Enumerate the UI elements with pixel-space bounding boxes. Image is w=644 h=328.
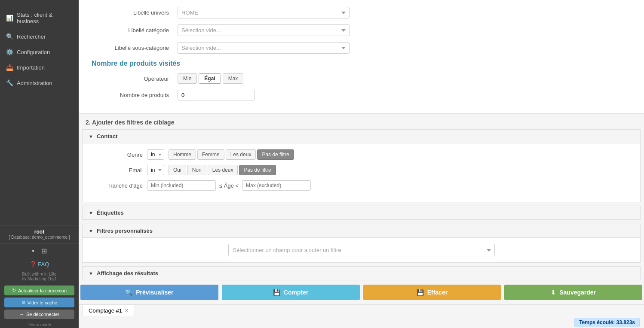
email-pas-de-filtre-button[interactable]: Pas de filtre [239,165,276,175]
sidebar-item-administration[interactable]: 🔧 Administration [0,75,79,91]
sidebar-item-importation[interactable]: 📥 Importation [0,60,79,75]
contact-group-header[interactable]: ▼ Contact [83,130,640,143]
age-min-input[interactable] [147,180,216,191]
sidebar-item-label: Rechercher [17,33,46,40]
contact-chevron-icon: ▼ [89,134,93,139]
libelle-univers-select[interactable]: HOME [178,7,350,18]
genre-les-deux-button[interactable]: Les deux [226,149,256,160]
sidebar-item-label: Administration [17,80,52,86]
contact-filter-group: ▼ Contact Genre in Homme Femme Les deux … [82,129,641,202]
libelle-categorie-control: Sélection vide... [178,24,350,36]
gear-icon: ⚙️ [6,49,13,55]
logout-icon: → [19,312,24,317]
genre-row: Genre in Homme Femme Les deux Pas de fil… [91,149,632,160]
sidebar-item-label: Stats : client & business [17,12,73,24]
operator-min-button[interactable]: Min [178,73,197,84]
email-oui-button[interactable]: Oui [169,165,186,175]
libelle-sous-categorie-select[interactable]: Sélection vide... [178,42,350,54]
clear-cache-button[interactable]: ⊘ Vider le cache [4,298,74,307]
custom-filters-header[interactable]: ▼ Filtres personnalisés [83,224,640,238]
libelle-categorie-select[interactable]: Sélection vide... [178,24,350,36]
email-les-deux-button[interactable]: Les deux [208,165,238,175]
age-separator: ≤ Âge < [219,182,239,189]
preview-label: Prévisualiser [136,289,173,296]
admin-icon: 🔧 [6,79,13,86]
operator-max-button[interactable]: Max [223,73,244,84]
erase-button[interactable]: 💾 Effacer [363,285,501,300]
libelle-categorie-row: Libellé catégorie Sélection vide... [92,24,631,36]
refresh-label: Actualiser la connexion [18,288,67,293]
tab-label: Comptage #1 [89,307,122,314]
genre-homme-button[interactable]: Homme [169,149,196,160]
built-with-text: Built with ♥ in Lille [3,272,75,276]
operateur-row: Opérateur Min Égal Max [92,73,631,84]
affichage-header[interactable]: ▼ Affichage des résultats [82,266,641,280]
logout-button[interactable]: → Se déconnecter [4,310,74,319]
etiquettes-group-header[interactable]: ▼ Étiquettes [83,206,640,220]
cache-icon: ⊘ [21,300,25,305]
custom-filter-select[interactable]: Sélectionner un champ pour ajouter un fi… [228,244,495,256]
stats-icon: 📊 [6,15,13,21]
faq-section[interactable]: ❓ FAQ [0,258,79,270]
tab-comptage-1[interactable]: Comptage #1 ✕ [82,305,135,316]
email-row: Email in Oui Non Les deux Pas de filtre [91,165,632,175]
count-label: Compter [284,289,309,296]
operator-egal-button[interactable]: Égal [199,73,221,84]
contact-group-body: Genre in Homme Femme Les deux Pas de fil… [83,143,640,202]
erase-icon: 💾 [417,289,424,296]
genre-label: Genre [91,152,143,158]
email-non-button[interactable]: Non [187,165,206,175]
settings-icon[interactable]: ▪ [32,247,34,255]
tab-close-icon[interactable]: ✕ [125,308,129,313]
save-button[interactable]: ⬇ Sauvegarder [504,285,642,300]
tranche-age-label: Tranche d'âge [91,182,143,189]
erase-label: Effacer [427,289,448,296]
faq-label: FAQ [38,261,49,267]
sidebar-item-rechercher[interactable]: 🔍 Rechercher [0,29,79,44]
affichage-chevron-icon: ▼ [89,271,93,276]
custom-filters-body: Sélectionner un champ pour ajouter un fi… [83,238,640,262]
product-form-section: Libellé univers HOME Libellé catégorie S… [79,0,644,114]
libelle-categorie-label: Libellé catégorie [92,27,178,33]
operateur-label: Opérateur [92,76,178,82]
built-with: Built with ♥ in Lille by Marketing 1by1 [0,270,79,283]
email-btn-group: Oui Non Les deux Pas de filtre [169,165,276,175]
age-max-input[interactable] [242,180,311,191]
cache-label: Vider le cache [28,300,58,305]
sidebar-item-configuration[interactable]: ⚙️ Configuration [0,44,79,60]
affichage-label: Affichage des résultats [97,270,158,276]
libelle-univers-label: Libellé univers [92,9,178,16]
database-label: [ Database: demo_ecommerce ] [3,235,75,240]
libelle-univers-row: Libellé univers HOME [92,7,631,18]
operator-buttons: Min Égal Max [178,73,243,84]
custom-filters-label: Filtres personnalisés [97,228,153,234]
time-elapsed-badge: Temps écoulé: 33.823s [574,318,640,327]
built-by-text: by Marketing 1by1 [3,276,75,281]
sidebar-item-stats[interactable]: 📊 Stats : client & business [0,7,79,29]
contact-label: Contact [97,133,117,140]
username: root [3,229,75,235]
count-button[interactable]: 💾 Compter [222,285,360,300]
genre-pas-de-filtre-button[interactable]: Pas de filtre [257,149,294,160]
sidebar-item-label: Configuration [17,49,50,55]
refresh-button[interactable]: ↻ Actualiser la connexion [4,285,74,295]
save-icon: ⬇ [551,289,556,296]
time-bar: Temps écoulé: 33.823s [79,316,644,328]
nombre-produits-input[interactable] [178,90,255,100]
help-icon: ❓ [30,261,37,267]
refresh-icon: ↻ [12,288,16,293]
age-range: ≤ Âge < [147,180,311,191]
preview-button[interactable]: 🔍 Prévisualiser [80,285,218,300]
genre-femme-button[interactable]: Femme [197,149,224,160]
preview-icon: 🔍 [125,289,132,296]
logout-label: Se déconnecter [26,312,59,317]
grid-icon[interactable]: ⊞ [41,247,47,255]
demo-mode-label: Demo mode [0,322,79,328]
libelle-sous-categorie-row: Libellé sous-catégorie Sélection vide... [92,42,631,54]
genre-operator-select[interactable]: in [147,149,164,160]
tranche-age-row: Tranche d'âge ≤ Âge < [91,180,632,191]
libelle-univers-control: HOME [178,7,350,18]
libelle-sous-categorie-control: Sélection vide... [178,42,350,54]
email-operator-select[interactable]: in [147,165,164,175]
sidebar-item-label: Importation [17,64,45,71]
